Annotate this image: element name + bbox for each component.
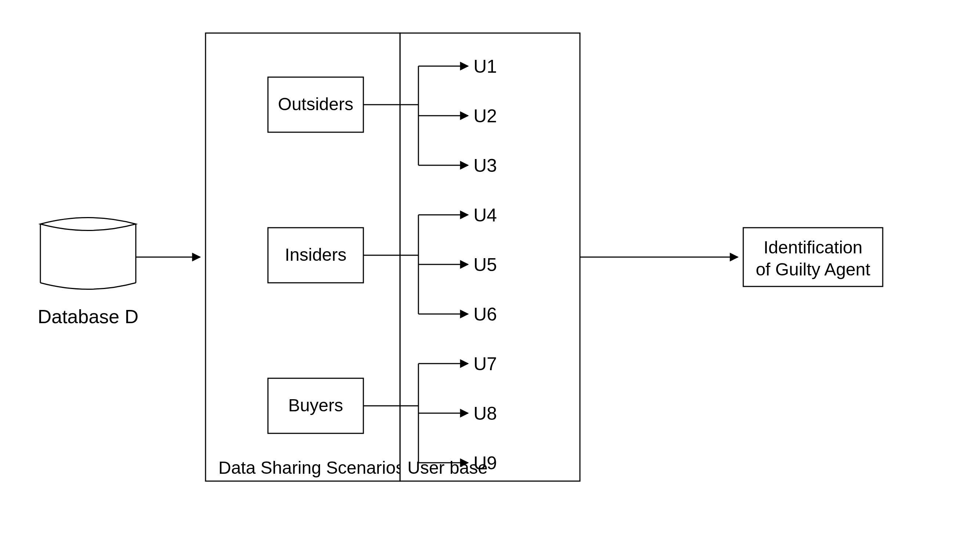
- user-u1: U1: [474, 56, 497, 77]
- group-insiders-label: Insiders: [285, 245, 347, 265]
- user-u7: U7: [474, 354, 497, 374]
- user-u8: U8: [474, 403, 497, 424]
- user-u6: U6: [474, 304, 497, 325]
- user-u5: U5: [474, 255, 497, 275]
- result-line1: Identification: [764, 237, 862, 257]
- user-u3: U3: [474, 155, 497, 176]
- scenarios-title: Data Sharing Scenarios: [218, 458, 404, 477]
- database-shape: [40, 218, 136, 289]
- user-u9: U9: [474, 453, 497, 473]
- user-u2: U2: [474, 106, 497, 126]
- result-line2: of Guilty Agent: [756, 260, 870, 279]
- user-u4: U4: [474, 205, 497, 225]
- database-label: Database D: [38, 306, 139, 327]
- diagram: Database D Data Sharing Scenarios Outsid…: [0, 0, 980, 545]
- group-outsiders-label: Outsiders: [278, 94, 353, 114]
- group-buyers-label: Buyers: [288, 395, 343, 415]
